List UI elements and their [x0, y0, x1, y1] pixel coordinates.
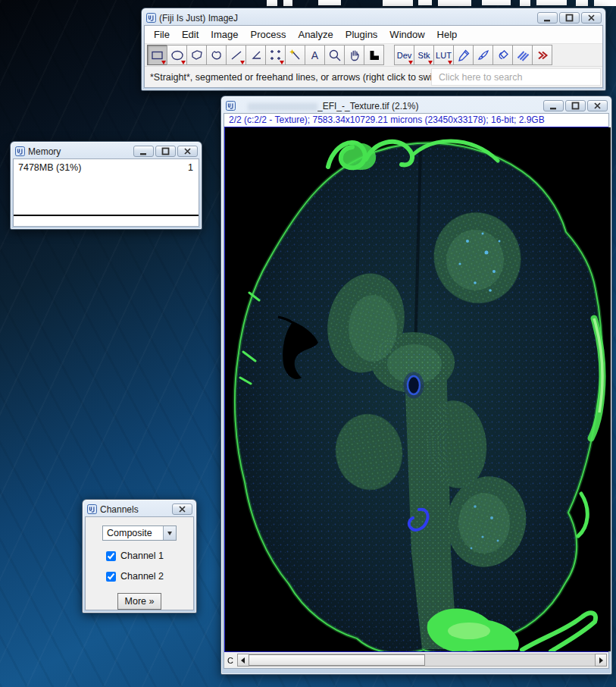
- tool-freehand[interactable]: [206, 45, 227, 65]
- imagej-logo-icon: [87, 504, 97, 514]
- scrollbar-thumb[interactable]: [249, 654, 425, 666]
- close-button[interactable]: [177, 146, 198, 157]
- channel-1-row[interactable]: Channel 1: [106, 551, 173, 561]
- minimize-button[interactable]: [543, 100, 564, 111]
- polygon-icon: [189, 48, 205, 63]
- imagej-main-window: (Fiji Is Just) ImageJ File Edit Image Pr…: [141, 8, 606, 91]
- search-box: [431, 68, 601, 86]
- main-window-titlebar[interactable]: (Fiji Is Just) ImageJ: [144, 11, 603, 25]
- maximize-icon: [161, 147, 170, 155]
- arrow-left-icon: [241, 657, 245, 663]
- image-window-titlebar[interactable]: _EFI_-_Texture.tif (2.1%): [224, 99, 609, 113]
- imagej-logo-icon: [226, 101, 236, 111]
- memory-count: 1: [188, 162, 193, 173]
- scroll-right-button[interactable]: [595, 654, 607, 667]
- menu-bar: File Edit Image Process Analyze Plugins …: [145, 26, 602, 43]
- background-letter-fragment: [418, 0, 432, 5]
- memory-window: Memory 7478MB (31%) 1: [10, 141, 202, 230]
- dropdown-triangle: [161, 61, 166, 64]
- display-mode-dropdown[interactable]: Composite: [102, 525, 177, 541]
- maximize-icon: [571, 102, 580, 110]
- tool-hand[interactable]: [344, 45, 364, 65]
- tool-lut-menu[interactable]: LUT: [433, 45, 454, 65]
- tool-line[interactable]: [226, 45, 246, 65]
- maximize-button[interactable]: [565, 100, 586, 111]
- tool-rectangle[interactable]: [147, 45, 167, 65]
- channel-2-checkbox[interactable]: [106, 572, 116, 582]
- background-letter-fragment: [594, 0, 616, 6]
- channels-window: Channels Composite Channel 1 Channel 2 M…: [82, 499, 197, 613]
- close-icon: [178, 505, 186, 513]
- tool-polygon[interactable]: [186, 45, 207, 65]
- maximize-icon: [565, 14, 574, 22]
- tool-dev-menu[interactable]: Dev: [394, 45, 414, 65]
- tool-pencil[interactable]: [453, 45, 474, 65]
- color-picker-icon: [367, 48, 382, 63]
- channels-window-titlebar[interactable]: Channels: [85, 502, 194, 516]
- image-canvas[interactable]: [224, 127, 608, 652]
- background-letter-fragment: [318, 0, 341, 5]
- menu-process[interactable]: Process: [245, 27, 292, 42]
- dropdown-triangle: [448, 61, 452, 64]
- menu-image[interactable]: Image: [205, 27, 244, 42]
- channels-window-title: Channels: [100, 504, 169, 515]
- close-button[interactable]: [172, 503, 192, 515]
- channel-scrollbar[interactable]: [237, 654, 607, 667]
- tool-more-tools[interactable]: [532, 45, 552, 65]
- tool-color-picker[interactable]: [364, 45, 384, 65]
- text-tool-icon: A: [311, 49, 318, 61]
- tool-wand[interactable]: [285, 45, 305, 65]
- tool-text[interactable]: A: [305, 45, 325, 65]
- menu-window[interactable]: Window: [383, 27, 430, 42]
- dropdown-triangle: [240, 61, 245, 64]
- imagej-logo-icon: [15, 146, 25, 156]
- tool-oval[interactable]: [167, 45, 187, 65]
- channel-slider-row: C: [224, 652, 608, 668]
- menu-edit[interactable]: Edit: [176, 27, 205, 42]
- chevron-down-icon: [167, 532, 172, 535]
- pencil-icon: [456, 48, 471, 63]
- spinal-cord-specimen: [225, 127, 611, 651]
- memory-log-area: 7478MB (31%) 1: [13, 158, 199, 227]
- close-icon: [587, 14, 596, 22]
- tool-flood-fill[interactable]: [492, 45, 513, 65]
- scroll-left-button[interactable]: [237, 654, 249, 667]
- dropdown-arrow-button[interactable]: [163, 526, 176, 540]
- tool-zoom[interactable]: [324, 45, 345, 65]
- background-letter-fragment: [283, 0, 292, 6]
- channel-1-checkbox[interactable]: [106, 551, 116, 561]
- menu-file[interactable]: File: [148, 27, 176, 42]
- minimize-icon: [139, 147, 148, 155]
- close-button[interactable]: [587, 100, 608, 111]
- close-button[interactable]: [581, 12, 602, 24]
- channel-2-row[interactable]: Channel 2: [106, 571, 173, 582]
- wand-icon: [288, 48, 303, 63]
- menu-plugins[interactable]: Plugins: [339, 27, 384, 42]
- menu-help[interactable]: Help: [431, 27, 464, 42]
- minimize-button[interactable]: [133, 146, 154, 157]
- tool-point[interactable]: [265, 45, 286, 65]
- channel-1-label: Channel 1: [120, 551, 164, 561]
- minimize-icon: [543, 14, 552, 22]
- scrollbar-track[interactable]: [425, 654, 596, 666]
- background-letter-fragment: [520, 0, 530, 6]
- memory-window-titlebar[interactable]: Memory: [13, 144, 199, 158]
- tool-stacks-menu[interactable]: Stk: [414, 45, 434, 65]
- flood-fill-icon: [496, 48, 511, 63]
- minimize-button[interactable]: [537, 12, 558, 24]
- tool-slanted-lines[interactable]: [512, 45, 533, 65]
- display-mode-value: Composite: [103, 526, 163, 540]
- menu-analyze[interactable]: Analyze: [292, 27, 339, 42]
- maximize-button[interactable]: [559, 12, 580, 24]
- maximize-button[interactable]: [155, 146, 176, 157]
- close-icon: [593, 102, 602, 110]
- imagej-logo-icon: [146, 13, 156, 23]
- image-window-title: _EFI_-_Texture.tif (2.1%): [317, 101, 540, 111]
- memory-window-title: Memory: [28, 146, 130, 157]
- tool-angle[interactable]: [245, 45, 266, 65]
- tool-paintbrush[interactable]: [473, 45, 493, 65]
- memory-divider-line: [14, 215, 199, 216]
- more-button[interactable]: More »: [117, 593, 161, 610]
- background-letter-fragment: [576, 0, 588, 6]
- search-input[interactable]: [432, 69, 600, 85]
